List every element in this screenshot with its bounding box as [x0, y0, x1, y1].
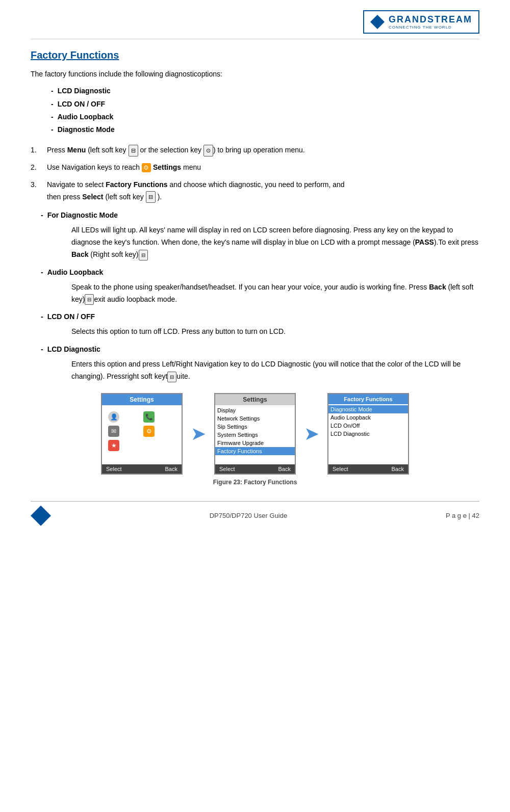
footer-logo-icon	[31, 506, 51, 526]
page-wrapper: GRANDSTREAM CONNECTING THE WORLD Factory…	[0, 0, 510, 567]
screen3-row-lcd-diag: LCD Diagnostic	[328, 430, 408, 438]
icons-grid: 👤 📞 ✉ ⚙ ★	[104, 407, 180, 455]
grandstream-logo-icon	[370, 15, 385, 29]
icon-star: ★	[108, 440, 119, 451]
section-title: Factory Functions	[31, 49, 479, 61]
figure-caption: Figure 23: Factory Functions	[31, 479, 479, 486]
icon-message: ✉	[108, 426, 119, 437]
screen1-footer: Select Back	[102, 464, 182, 474]
screen3-footer-left: Select	[333, 466, 348, 472]
footer-page-number: P a g e | 42	[446, 512, 479, 519]
footer-doc-title: DP750/DP720 User Guide	[210, 512, 287, 519]
list-item: LCD Diagnostic	[51, 85, 479, 97]
arrow-1: ➤	[191, 423, 206, 444]
screen3-row-diag: Diagnostic Mode	[328, 405, 408, 413]
subsection-lcd-onoff: - LCD ON / OFF Selects this option to tu…	[31, 312, 479, 338]
subsection-text-lcd-diag: Enters this option and press Left/Right …	[71, 358, 479, 383]
screen2-row-sip: Sip Settings	[215, 423, 295, 431]
screen2-header: Settings	[215, 394, 295, 405]
screen1-body: 👤 📞 ✉ ⚙ ★	[102, 405, 182, 464]
screen3-row-audio: Audio Loopback	[328, 413, 408, 422]
figure-area: Settings 👤 📞 ✉ ⚙ ★ Select Back ➤ Setting…	[31, 393, 479, 475]
arrow-2: ➤	[304, 423, 319, 444]
phone-screen-2: Settings Display Network Settings Sip Se…	[214, 393, 296, 475]
screen3-row-lcd-onoff: LCD On/Off	[328, 422, 408, 430]
screen2-footer: Select Back	[215, 464, 295, 474]
page-footer: DP750/DP720 User Guide P a g e | 42	[31, 501, 479, 526]
settings-icon: ⚙	[142, 163, 151, 172]
logo-main-text: GRANDSTREAM	[389, 14, 472, 25]
subsection-text-lcd-onoff: Selects this option to turn off LCD. Pre…	[71, 326, 479, 338]
screen3-body: Diagnostic Mode Audio Loopback LCD On/Of…	[328, 404, 408, 464]
step-1: 1. Press Menu (left soft key ⊟ or the se…	[31, 144, 479, 156]
subsection-title-diagnostic: For Diagnostic Mode	[47, 211, 118, 219]
screen3-footer-right: Back	[392, 466, 404, 472]
list-item: Diagnostic Mode	[51, 123, 479, 136]
screen1-header: Settings	[102, 394, 182, 405]
screen2-body: Display Network Settings Sip Settings Sy…	[215, 405, 295, 464]
screen2-footer-right: Back	[278, 466, 291, 472]
logo-text-block: GRANDSTREAM CONNECTING THE WORLD	[389, 14, 472, 30]
logo-box: GRANDSTREAM CONNECTING THE WORLD	[363, 10, 479, 34]
step-3: 3. Navigate to select Factory Functions …	[31, 179, 479, 203]
screen1-footer-left: Select	[106, 466, 122, 472]
screen2-row-firmware: Firmware Upgrade	[215, 439, 295, 447]
subsection-title-lcd-diag: LCD Diagnostic	[47, 345, 100, 353]
screen2-row-network: Network Settings	[215, 414, 295, 423]
icon-gear: ⚙	[143, 426, 155, 437]
screen2-row-factory: Factory Functions	[215, 447, 295, 455]
phone-screen-1: Settings 👤 📞 ✉ ⚙ ★ Select Back	[101, 393, 183, 475]
screen3-header: Factory Functions	[328, 394, 408, 404]
list-item: LCD ON / OFF	[51, 98, 479, 111]
screen3-footer: Select Back	[328, 464, 408, 474]
subsection-text-diagnostic: All LEDs will light up. All keys' name w…	[71, 224, 479, 260]
screen2-row-system: System Settings	[215, 431, 295, 439]
screen2-row-display: Display	[215, 406, 295, 414]
screen1-footer-right: Back	[165, 466, 177, 472]
subsection-lcd-diagnostic: - LCD Diagnostic Enters this option and …	[31, 345, 479, 383]
bullet-list: LCD Diagnostic LCD ON / OFF Audio Loopba…	[51, 85, 479, 136]
icon-person: 👤	[108, 411, 119, 423]
screen2-footer-left: Select	[219, 466, 235, 472]
subsection-audio-loopback: - Audio Loopback Speak to the phone usin…	[31, 268, 479, 306]
subsection-text-audio: Speak to the phone using speaker/handset…	[71, 281, 479, 306]
step-2: 2. Use Navigation keys to reach ⚙ Settin…	[31, 162, 479, 174]
logo-sub-text: CONNECTING THE WORLD	[389, 25, 472, 30]
steps-list: 1. Press Menu (left soft key ⊟ or the se…	[31, 144, 479, 203]
list-item: Audio Loopback	[51, 111, 479, 123]
subsection-title-lcd-onoff: LCD ON / OFF	[47, 312, 95, 321]
intro-paragraph: The factory functions include the follow…	[31, 68, 479, 80]
phone-screen-3: Factory Functions Diagnostic Mode Audio …	[327, 393, 409, 475]
subsection-title-audio: Audio Loopback	[47, 268, 104, 276]
subsection-diagnostic-mode: - For Diagnostic Mode All LEDs will ligh…	[31, 211, 479, 260]
icon-phone: 📞	[143, 411, 155, 423]
page-header: GRANDSTREAM CONNECTING THE WORLD	[31, 10, 479, 39]
